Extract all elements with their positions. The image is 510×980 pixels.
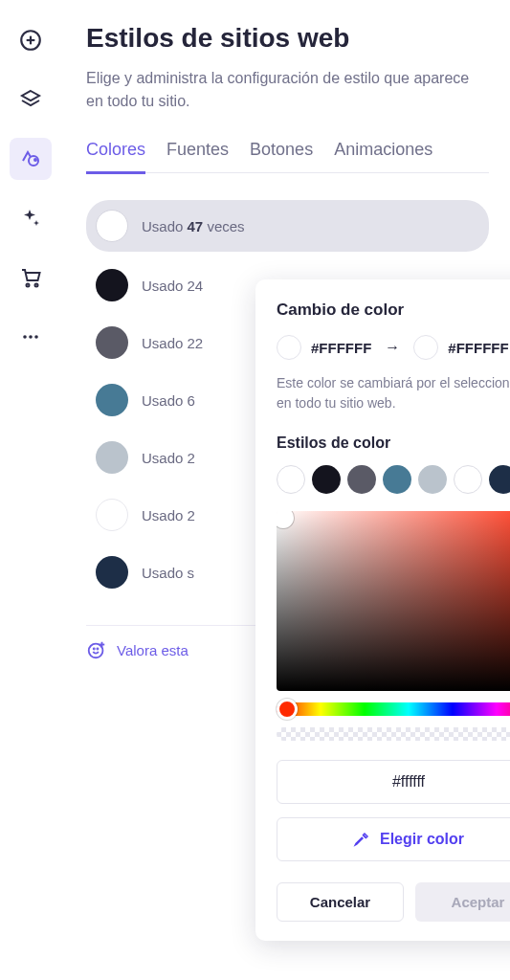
saturation-thumb[interactable]	[277, 511, 294, 528]
usage-label: Usado 6	[142, 392, 195, 409]
svg-point-5	[27, 284, 30, 287]
alpha-slider[interactable]	[277, 727, 510, 741]
color-change-popover: Cambio de color #FFFFFF → #FFFFFF Este c…	[255, 279, 510, 941]
brush-palette-icon	[19, 147, 42, 170]
add-button[interactable]	[10, 19, 52, 61]
tab-buttons[interactable]: Botones	[250, 140, 313, 174]
hue-slider[interactable]	[277, 702, 510, 716]
palette-swatch[interactable]	[454, 465, 482, 494]
color-row[interactable]: Usado 47 veces	[86, 200, 489, 252]
palette-swatch[interactable]	[489, 465, 510, 494]
svg-point-12	[97, 649, 98, 650]
svg-point-6	[35, 284, 38, 287]
page-description: Elige y administra la configuración de e…	[86, 67, 489, 113]
palette-row	[277, 465, 510, 494]
color-swatch	[96, 384, 128, 416]
hue-thumb[interactable]	[277, 699, 298, 720]
color-swatch	[96, 210, 128, 242]
color-swatch	[96, 441, 128, 474]
color-swatch	[96, 269, 128, 301]
color-swap-row: #FFFFFF → #FFFFFF	[277, 335, 510, 360]
to-color-swatch	[413, 335, 438, 360]
palette-swatch[interactable]	[383, 465, 411, 494]
rate-label: Valora esta	[117, 642, 188, 658]
usage-label: Usado 2	[142, 450, 195, 466]
arrow-right-icon: →	[385, 339, 400, 356]
color-swatch	[96, 326, 128, 359]
more-button[interactable]	[10, 316, 52, 358]
hex-input[interactable]	[277, 760, 510, 804]
more-horizontal-icon	[19, 325, 42, 348]
popover-header: Cambio de color	[277, 301, 510, 320]
to-hex: #FFFFFF	[448, 340, 508, 356]
popover-title: Cambio de color	[277, 301, 404, 320]
palette-swatch[interactable]	[312, 465, 341, 494]
svg-point-8	[29, 335, 33, 339]
style-tabs: Colores Fuentes Botones Animaciones	[86, 140, 489, 173]
from-color-swatch	[277, 335, 301, 360]
eyedropper-icon	[353, 831, 370, 848]
cancel-button[interactable]: Cancelar	[277, 882, 404, 922]
palette-swatch[interactable]	[277, 465, 305, 494]
saturation-picker[interactable]	[277, 511, 510, 691]
usage-label: Usado 2	[142, 507, 195, 523]
svg-point-9	[34, 335, 38, 339]
page-title: Estilos de sitios web	[86, 23, 489, 54]
color-swatch	[96, 556, 128, 589]
palette-swatch[interactable]	[418, 465, 447, 494]
color-swatch	[96, 499, 128, 531]
layers-button[interactable]	[10, 78, 52, 121]
styles-button[interactable]	[10, 138, 52, 180]
accept-button[interactable]: Aceptar	[415, 882, 510, 922]
usage-label: Usado 24	[142, 278, 203, 294]
usage-label: Usado 47 veces	[142, 218, 245, 234]
popover-actions: Cancelar Aceptar	[277, 882, 510, 922]
left-sidebar	[0, 0, 61, 980]
sparkle-icon	[19, 207, 42, 230]
cart-icon	[19, 266, 42, 289]
tab-fonts[interactable]: Fuentes	[166, 140, 229, 174]
popover-description: Este color se cambiará por el selecciona…	[277, 373, 510, 413]
layers-icon	[19, 88, 42, 111]
svg-point-7	[23, 335, 27, 339]
magic-button[interactable]	[10, 197, 52, 239]
palette-swatch[interactable]	[347, 465, 376, 494]
tab-colors[interactable]: Colores	[86, 140, 145, 174]
usage-label: Usado 22	[142, 335, 203, 351]
main-content: Estilos de sitios web Elige y administra…	[61, 0, 510, 980]
plus-circle-icon	[18, 28, 43, 53]
color-styles-heading: Estilos de color	[277, 434, 510, 452]
cart-button[interactable]	[10, 256, 52, 299]
eyedropper-label: Elegir color	[380, 831, 464, 848]
svg-point-11	[94, 649, 95, 650]
usage-label: Usado s	[142, 565, 194, 581]
svg-point-4	[34, 159, 36, 161]
tab-animations[interactable]: Animaciones	[334, 140, 432, 174]
smile-plus-icon	[86, 639, 107, 660]
eyedropper-button[interactable]: Elegir color	[277, 817, 510, 861]
svg-point-10	[89, 644, 103, 658]
from-hex: #FFFFFF	[311, 340, 371, 356]
